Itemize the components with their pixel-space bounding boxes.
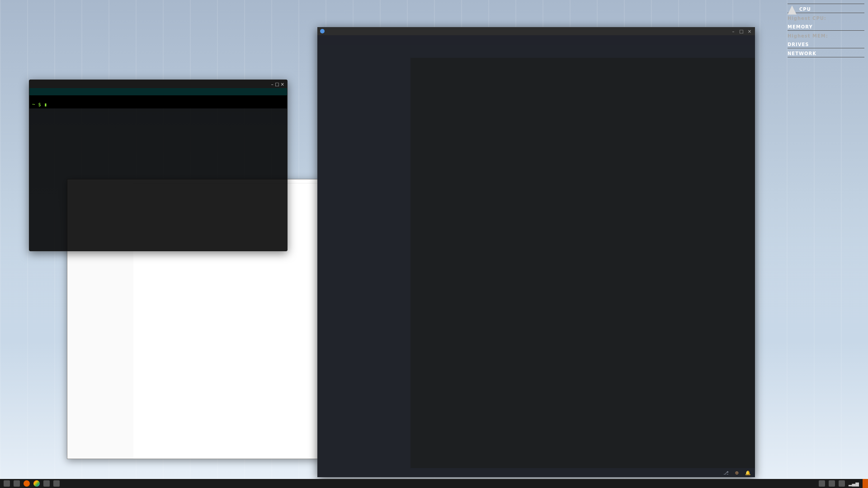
menu-icon[interactable] [4, 480, 10, 487]
bottom-panel[interactable]: ▂▄▆ [0, 479, 868, 488]
tray-icon[interactable] [819, 480, 825, 487]
terminal-info [29, 88, 287, 95]
terminal-titlebar[interactable]: – □ × [29, 80, 287, 88]
notif-icon[interactable]: 🔔 [745, 470, 750, 475]
code-area[interactable] [428, 58, 755, 468]
conky-system-header [788, 4, 864, 4]
volume-icon[interactable] [839, 480, 845, 487]
maximize-icon[interactable]: □ [275, 82, 279, 87]
gutter [410, 58, 428, 468]
arch-logo-icon: ▲ [788, 4, 797, 14]
close-icon[interactable]: × [281, 82, 284, 87]
atom-menubar[interactable] [317, 35, 755, 45]
close-icon[interactable]: × [747, 29, 752, 34]
atom-tree[interactable] [317, 45, 410, 468]
tray[interactable]: ▂▄▆ [815, 479, 863, 488]
panel-clock[interactable] [863, 479, 868, 488]
firefox-icon[interactable] [24, 480, 30, 487]
mic-icon[interactable] [43, 480, 50, 487]
status-diff: ⊕ [735, 470, 739, 475]
atom-statusbar[interactable]: ⎇ ⊕ 🔔 [317, 468, 755, 477]
maximize-icon[interactable]: □ [739, 29, 744, 34]
terminal-prompt[interactable]: ~ $ ▮ [29, 101, 287, 108]
app-icon[interactable] [53, 480, 60, 487]
fm-icon[interactable] [14, 480, 20, 487]
atom-titlebar[interactable]: – □ × [317, 27, 755, 35]
panel-launchers[interactable] [0, 479, 63, 488]
chrome-icon[interactable] [33, 480, 40, 487]
terminal-window[interactable]: – □ × ~ $ ▮ [29, 80, 288, 251]
terminal-output [29, 95, 287, 101]
tray-icon[interactable] [829, 480, 835, 487]
minimize-icon[interactable]: – [271, 82, 274, 87]
status-branch[interactable]: ⎇ [723, 470, 729, 475]
atom-tabs[interactable] [410, 45, 755, 58]
minimize-icon[interactable]: – [731, 29, 736, 34]
app-icon [320, 29, 325, 33]
wifi-icon[interactable]: ▂▄▆ [849, 481, 859, 486]
atom-editor[interactable] [410, 58, 755, 468]
conky-monitor: ▲ CPU Highest CPU: MEMORY Highest MEM: D… [788, 2, 864, 57]
atom-window[interactable]: – □ × ⎇ ⊕ 🔔 [317, 27, 755, 477]
